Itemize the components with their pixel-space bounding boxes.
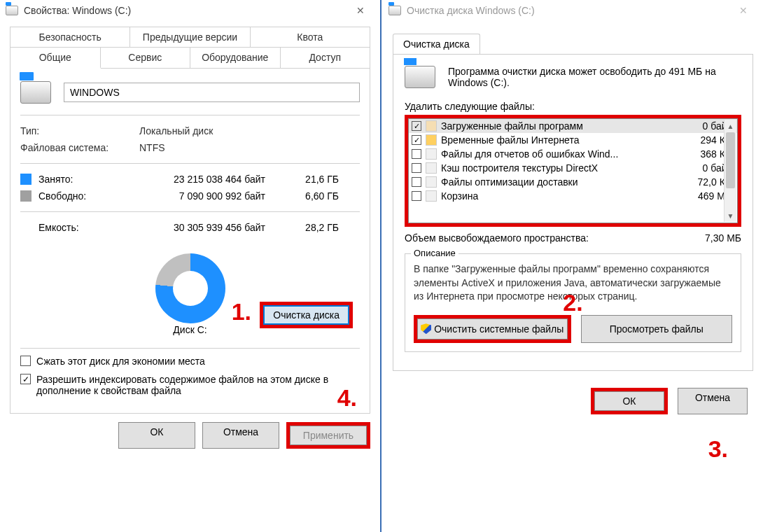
file-checkbox[interactable] — [412, 191, 421, 201]
tab-hardware[interactable]: Оборудование — [190, 48, 281, 68]
tab-general[interactable]: Общие — [10, 48, 101, 69]
step-1-highlight: Очистка диска — [260, 302, 353, 328]
dialog-button-row: ОК Отмена Применить — [10, 422, 370, 449]
drive-icon — [405, 66, 435, 88]
file-list-row[interactable]: Кэш построителя текстуры DirectX0 байт — [409, 161, 737, 175]
fs-value: NTFS — [139, 142, 165, 153]
dialog-button-row: ОК Отмена — [383, 388, 748, 414]
close-icon[interactable]: ✕ — [729, 1, 757, 20]
titlebar[interactable]: Свойства: Windows (C:) ✕ — [0, 0, 380, 21]
capacity-label: Емкость: — [38, 222, 139, 233]
free-label: Свободно: — [38, 190, 139, 202]
file-list[interactable]: Загруженные файлы программ0 байтВременны… — [408, 118, 738, 223]
step-4-highlight: Применить — [286, 422, 370, 449]
capacity-bytes: 30 305 939 456 байт — [139, 222, 265, 233]
cancel-button[interactable]: Отмена — [678, 388, 748, 414]
tab-sharing[interactable]: Доступ — [281, 48, 370, 68]
index-label: Разрешить индексировать содержимое файло… — [36, 374, 360, 396]
file-type-icon — [426, 148, 437, 160]
file-name: Корзина — [441, 190, 674, 202]
file-type-icon — [426, 120, 437, 132]
file-name: Временные файлы Интернета — [441, 134, 674, 146]
tab-service[interactable]: Сервис — [101, 48, 191, 68]
ok-button[interactable]: ОК — [118, 422, 195, 449]
file-name: Загруженные файлы программ — [441, 120, 674, 132]
type-label: Тип: — [20, 125, 139, 136]
fs-label: Файловая система: — [20, 142, 139, 153]
scrollbar[interactable]: ▲ ▼ — [724, 120, 736, 222]
scroll-up-icon[interactable]: ▲ — [724, 120, 736, 132]
index-checkbox[interactable] — [20, 374, 31, 384]
apply-button[interactable]: Применить — [290, 426, 367, 445]
file-list-row[interactable]: Корзина469 МБ — [409, 189, 737, 203]
drive-name-input[interactable] — [64, 83, 360, 102]
file-list-row[interactable]: Временные файлы Интернета294 КБ — [409, 133, 737, 147]
file-checkbox[interactable] — [412, 149, 421, 159]
properties-dialog: Свойства: Windows (C:) ✕ Безопасность Пр… — [0, 0, 382, 532]
description-title: Описание — [411, 248, 458, 258]
file-list-row[interactable]: Файлы для отчетов об ошибках Wind...368 … — [409, 147, 737, 161]
step-4-label: 4. — [337, 384, 357, 412]
tabs: Безопасность Предыдущие версии Квота Общ… — [10, 27, 370, 69]
clean-system-files-label: Очистить системные файлы — [434, 323, 564, 335]
type-value: Локальный диск — [139, 125, 213, 136]
view-files-button[interactable]: Просмотреть файлы — [581, 315, 733, 343]
file-type-icon — [426, 176, 437, 188]
step-3-label: 3. — [708, 435, 728, 463]
general-tab-content: Тип:Локальный диск Файловая система:NTFS… — [10, 69, 370, 414]
step-filelist-highlight: Загруженные файлы программ0 байтВременны… — [405, 115, 741, 227]
compress-label: Сжать этот диск для экономии места — [36, 356, 205, 367]
file-name: Файлы для отчетов об ошибках Wind... — [441, 148, 674, 160]
file-name: Файлы оптимизации доставки — [441, 176, 674, 188]
file-type-icon — [426, 162, 437, 174]
file-list-row[interactable]: Файлы оптимизации доставки72,0 КБ — [409, 175, 737, 189]
disk-cleanup-dialog: Очистка диска Windows (C:) ✕ Очистка дис… — [383, 0, 763, 532]
step-3-highlight: ОК — [591, 388, 668, 414]
filelist-label: Удалить следующие файлы: — [405, 101, 741, 112]
scroll-thumb[interactable] — [726, 132, 735, 188]
ok-button[interactable]: ОК — [594, 391, 664, 411]
step-2-label: 2. — [563, 289, 582, 316]
tab-security[interactable]: Безопасность — [10, 27, 130, 47]
cleanup-icon — [388, 6, 401, 15]
compress-checkbox[interactable] — [20, 356, 31, 366]
drive-big-icon — [20, 81, 51, 104]
usage-donut-chart — [155, 253, 225, 323]
used-gb: 21,6 ГБ — [265, 174, 360, 185]
disk-cleanup-button[interactable]: Очистка диска — [263, 305, 349, 325]
used-label: Занято: — [38, 174, 139, 185]
close-icon[interactable]: ✕ — [346, 1, 374, 20]
scroll-down-icon[interactable]: ▼ — [724, 209, 736, 222]
cleanup-content: Программа очистки диска может освободить… — [393, 54, 753, 371]
titlebar[interactable]: Очистка диска Windows (C:) ✕ — [383, 0, 763, 21]
disk-label: Диск C: — [173, 324, 206, 335]
shield-icon — [421, 323, 431, 334]
step-2-highlight: Очистить системные файлы — [414, 315, 571, 343]
tab-quota[interactable]: Квота — [251, 27, 370, 47]
file-name: Кэш построителя текстуры DirectX — [441, 162, 674, 174]
file-list-row[interactable]: Загруженные файлы программ0 байт — [409, 119, 737, 133]
freed-value: 7,30 МБ — [705, 232, 741, 244]
title-text: Свойства: Windows (C:) — [24, 5, 131, 16]
file-checkbox[interactable] — [412, 135, 421, 145]
file-type-icon — [426, 134, 437, 146]
free-color-icon — [20, 190, 31, 202]
tab-cleanup[interactable]: Очистка диска — [393, 34, 480, 54]
file-checkbox[interactable] — [412, 163, 421, 173]
file-type-icon — [426, 190, 437, 202]
freed-label: Объем высвобождаемого пространства: — [405, 232, 589, 244]
used-color-icon — [20, 174, 31, 185]
free-bytes: 7 090 900 992 байт — [139, 190, 265, 202]
cancel-button[interactable]: Отмена — [202, 422, 279, 449]
file-checkbox[interactable] — [412, 177, 421, 187]
tab-prev-versions[interactable]: Предыдущие версии — [130, 27, 250, 47]
free-gb: 6,60 ГБ — [265, 190, 360, 202]
step-1-label: 1. — [232, 298, 251, 326]
drive-icon — [6, 6, 18, 15]
description-group: Описание В папке "Загруженные файлы прог… — [405, 253, 741, 352]
clean-system-files-button[interactable]: Очистить системные файлы — [417, 318, 568, 340]
info-text: Программа очистки диска может освободить… — [448, 66, 741, 88]
title-text: Очистка диска Windows (C:) — [407, 5, 535, 16]
used-bytes: 23 215 038 464 байт — [139, 174, 265, 185]
file-checkbox[interactable] — [412, 121, 421, 131]
